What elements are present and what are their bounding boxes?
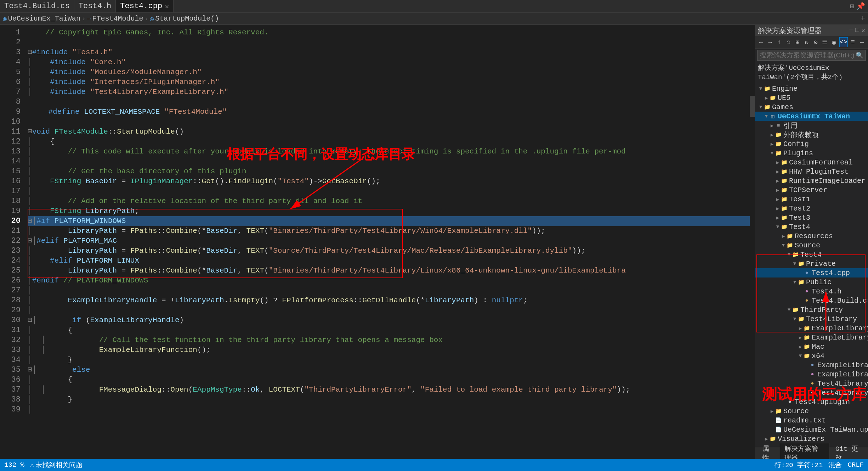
search-input[interactable] bbox=[760, 51, 856, 59]
tree-expand-icon[interactable]: ▶ bbox=[764, 95, 769, 101]
tree-expand-icon[interactable]: ▶ bbox=[775, 206, 781, 211]
tree-node-source-test4[interactable]: ▼ 📁 Source bbox=[755, 241, 868, 250]
panel-close-icon[interactable]: ✕ bbox=[861, 27, 865, 34]
tree-expand-icon[interactable]: ▶ bbox=[769, 141, 775, 147]
toolbar-up-btn[interactable]: ⌂ bbox=[784, 37, 792, 47]
tree-expand-icon[interactable]: ▶ bbox=[798, 335, 803, 340]
tree-node-runtime[interactable]: ▶ 📁 RuntimeImageLoader bbox=[755, 176, 868, 185]
toolbar-filter-btn[interactable]: ⊞ bbox=[794, 37, 801, 47]
tree-node-test4[interactable]: ▼ 📁 Test4 bbox=[755, 222, 868, 231]
tree-node-test4-cpp[interactable]: ▶ ● Test4.cpp bbox=[755, 268, 868, 277]
tree-node-xcworkspace[interactable]: ▶ 📁 ExampleLibrary.xcworkspace bbox=[755, 333, 868, 342]
tree-node-test1[interactable]: ▶ 📁 Test1 bbox=[755, 195, 868, 204]
panel-restore-icon[interactable]: □ bbox=[855, 27, 859, 34]
folder-icon: 📁 bbox=[775, 150, 782, 157]
tree-node-x64[interactable]: ▼ 📁 x64 bbox=[755, 351, 868, 360]
breadcrumb-project[interactable]: UeCesiumEx_TaiWan bbox=[8, 15, 80, 23]
tree-node-cesium[interactable]: ▶ 📁 CesiumForUnreal bbox=[755, 158, 868, 167]
tree-expand-icon[interactable]: ▶ bbox=[775, 187, 781, 193]
tree-expand-icon[interactable]: ▼ bbox=[758, 86, 764, 91]
tree-node-test2[interactable]: ▶ 📁 Test2 bbox=[755, 204, 868, 213]
tree-expand-icon[interactable]: ▶ bbox=[769, 408, 775, 414]
tree-node-project[interactable]: ▼ ◫ UeCesiumEx TaiWan bbox=[755, 112, 868, 121]
tree-expand-icon[interactable]: ▼ bbox=[758, 104, 764, 110]
tree-node-thirdparty[interactable]: ▼ 📁 ThirdParty bbox=[755, 305, 868, 314]
tree-node-hhw[interactable]: ▶ 📁 HHW PluginTest bbox=[755, 167, 868, 176]
tree-expand-icon[interactable]: ▶ bbox=[775, 169, 781, 174]
tree-node-examplelibrary[interactable]: ▶ 📁 ExampleLibrary bbox=[755, 324, 868, 333]
tree-expand-icon[interactable]: ▶ bbox=[798, 344, 803, 349]
tree-expand-icon[interactable]: ▶ bbox=[769, 123, 775, 128]
tree-node-uplugin[interactable]: ▶ ● Test4.uplugin bbox=[755, 397, 868, 406]
pin-icon[interactable]: 📌 bbox=[856, 2, 865, 11]
tab-cpp[interactable]: Test4.cpp ✕ bbox=[116, 0, 174, 12]
breadcrumb-function[interactable]: StartupModule() bbox=[155, 15, 219, 23]
tree-node-resources[interactable]: ▶ 📁 Resources bbox=[755, 231, 868, 241]
tree-expand-icon[interactable]: ▼ bbox=[781, 242, 786, 248]
tree-node-test4-build[interactable]: ▶ ● Test4.Build.cs bbox=[755, 296, 868, 305]
tree-node-mac[interactable]: ▶ 📁 Mac bbox=[755, 342, 868, 351]
tree-node-test4-h[interactable]: ▶ ● Test4.h bbox=[755, 287, 868, 296]
tree-node-plugins[interactable]: ▼ 📁 Plugins bbox=[755, 148, 868, 158]
tree-node-readme[interactable]: ▶ 📄 readme.txt bbox=[755, 416, 868, 425]
tree-node-lib-tps[interactable]: ▶ ● Test4Library.tps bbox=[755, 388, 868, 397]
tree-node-lib-build[interactable]: ▶ ● Test4Library.Build.cs bbox=[755, 379, 868, 388]
tree-node-visualizers[interactable]: ▶ 📁 Visualizers bbox=[755, 434, 868, 443]
tree-expand-icon[interactable]: ▶ bbox=[798, 325, 803, 331]
tree-node-source-test4-sub[interactable]: ▼ 📁 Test4 bbox=[755, 250, 868, 259]
tree-expand-icon[interactable]: ▶ bbox=[775, 196, 781, 202]
tree-node-exlib-h[interactable]: ▶ ● ExampleLibrary.h bbox=[755, 370, 868, 379]
panel-minimize-icon[interactable]: ─ bbox=[850, 27, 853, 34]
toolbar-scope-btn[interactable]: ◉ bbox=[830, 37, 838, 47]
tree-node-external[interactable]: ▶ 📁 外部依赖项 bbox=[755, 130, 868, 139]
expand-icon[interactable]: ⊞ bbox=[850, 2, 854, 11]
tree-node-uproject[interactable]: ▶ 📄 UeCesiumEx TaiWan.uproject bbox=[755, 425, 868, 434]
tree-node-source-main[interactable]: ▶ 📁 Source bbox=[755, 406, 868, 416]
toolbar-collapse-btn[interactable]: — bbox=[858, 37, 866, 47]
tree-expand-icon[interactable]: ▼ bbox=[764, 113, 769, 119]
tree-node-public[interactable]: ▼ 📁 Public bbox=[755, 277, 868, 287]
tree-expand-icon[interactable]: ▶ bbox=[775, 159, 781, 165]
tree-expand-icon[interactable]: ▼ bbox=[792, 261, 798, 267]
tree-node-ue5[interactable]: ▶ 📁 UE5 bbox=[755, 93, 868, 102]
toolbar-forward-btn[interactable]: → bbox=[766, 37, 774, 47]
code-lines[interactable]: // Copyright Epic Games, Inc. All Rights… bbox=[25, 25, 750, 459]
close-icon[interactable]: ✕ bbox=[165, 2, 169, 10]
toolbar-code-btn[interactable]: <> bbox=[839, 37, 848, 47]
toolbar-view-btn[interactable]: ⊙ bbox=[812, 37, 820, 47]
tree-node-games[interactable]: ▼ 📁 Games bbox=[755, 102, 868, 112]
code-editor[interactable]: 1 2 3 4 5 6 7 8 9 10 11 12 13 14 15 16 1 bbox=[0, 25, 755, 459]
tree-node-test4library[interactable]: ▼ 📁 Test4Library bbox=[755, 314, 868, 324]
tree-node-refs[interactable]: ▶ ■ 引用 bbox=[755, 121, 868, 130]
toolbar-menu-btn[interactable]: ☰ bbox=[821, 37, 829, 47]
tree-expand-icon[interactable]: ▼ bbox=[792, 279, 798, 285]
tree-node-tcp[interactable]: ▶ 📁 TCPServer bbox=[755, 185, 868, 195]
tab-h[interactable]: Test4.h bbox=[74, 0, 116, 12]
toolbar-home-btn[interactable]: ↑ bbox=[776, 37, 783, 47]
tree-expand-icon[interactable]: ▶ bbox=[781, 233, 786, 239]
scroll-thumb[interactable] bbox=[750, 96, 755, 117]
tree-expand-icon[interactable]: ▼ bbox=[798, 353, 803, 359]
tree-node-test3[interactable]: ▶ 📁 Test3 bbox=[755, 213, 868, 222]
bc-add-icon[interactable]: + bbox=[861, 14, 865, 23]
tree-expand-icon[interactable]: ▼ bbox=[775, 224, 781, 230]
breadcrumb-module[interactable]: FTest4Module bbox=[92, 15, 143, 23]
tree-expand-icon[interactable]: ▶ bbox=[764, 436, 769, 442]
tree-expand-icon[interactable]: ▼ bbox=[786, 307, 792, 313]
tree-expand-icon[interactable]: ▶ bbox=[769, 132, 775, 138]
tree-expand-icon[interactable]: ▼ bbox=[769, 150, 775, 156]
toolbar-back-btn[interactable]: ← bbox=[757, 37, 765, 47]
tree-expand-icon[interactable]: ▶ bbox=[775, 178, 781, 184]
tree-expand-icon[interactable]: ▼ bbox=[792, 316, 798, 322]
tree-node-private[interactable]: ▼ 📁 Private bbox=[755, 259, 868, 268]
solution-tree[interactable]: ▼ 📁 Engine ▶ 📁 UE5 ▼ � bbox=[755, 83, 868, 445]
editor-scrollbar[interactable] bbox=[750, 25, 755, 459]
toolbar-refresh-btn[interactable]: ↻ bbox=[803, 37, 811, 47]
tree-node-engine[interactable]: ▼ 📁 Engine bbox=[755, 84, 868, 93]
tree-node-config[interactable]: ▶ 📁 Config bbox=[755, 139, 868, 148]
tree-expand-icon[interactable]: ▼ bbox=[786, 252, 792, 257]
toolbar-props-btn[interactable]: ≡ bbox=[849, 37, 857, 47]
tab-build-cs[interactable]: Test4.Build.cs bbox=[0, 0, 74, 12]
tree-expand-icon[interactable]: ▶ bbox=[775, 215, 781, 220]
tree-node-exlib-cpp[interactable]: ▶ ● ExampleLibrary.cpp bbox=[755, 360, 868, 370]
